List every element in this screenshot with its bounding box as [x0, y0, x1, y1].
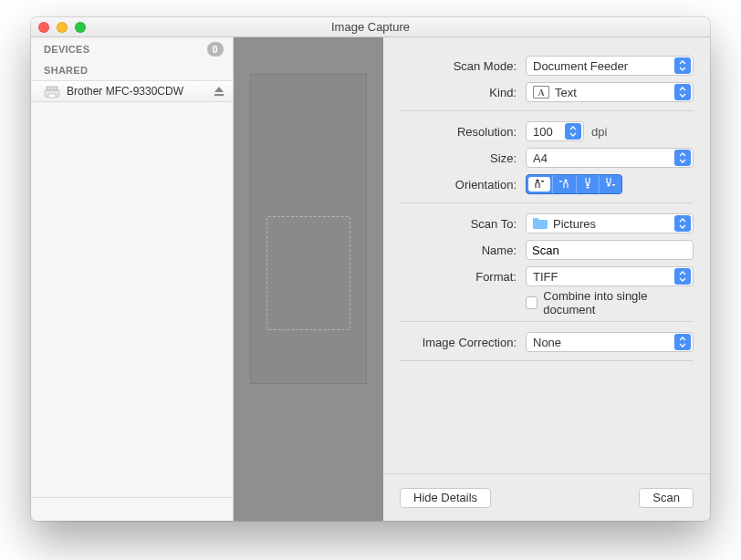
orientation-landscape[interactable]	[552, 175, 575, 193]
zoom-button[interactable]	[75, 22, 86, 33]
image-correction-value: None	[533, 336, 561, 349]
folder-icon	[533, 218, 548, 229]
kind-select[interactable]: A Text	[526, 82, 694, 102]
format-select[interactable]: TIFF	[526, 266, 694, 286]
resolution-value: 100	[533, 125, 553, 139]
preview-area[interactable]	[234, 37, 383, 521]
combine-label: Combine into single document	[543, 289, 694, 316]
footer: Hide Details Scan	[383, 473, 710, 521]
svg-rect-9	[586, 187, 589, 188]
window-title: Image Capture	[31, 20, 710, 34]
size-select[interactable]: A4	[526, 148, 694, 168]
svg-rect-6	[559, 181, 562, 181]
name-label: Name:	[389, 244, 526, 257]
text-icon: A	[533, 86, 549, 99]
devices-label: DEVICES	[44, 44, 89, 55]
image-correction-select[interactable]: None	[526, 332, 694, 352]
minimize-button[interactable]	[57, 22, 68, 33]
resolution-unit: dpi	[591, 125, 607, 139]
dropdown-icon	[674, 268, 691, 285]
size-label: Size:	[389, 151, 526, 165]
format-value: TIFF	[533, 270, 558, 284]
sidebar-section-devices[interactable]: DEVICES 0	[31, 37, 233, 60]
orientation-flipped1[interactable]	[576, 175, 599, 193]
scan-to-select[interactable]: Pictures	[526, 213, 694, 233]
orientation-label: Orientation:	[389, 178, 526, 192]
dropdown-icon	[674, 215, 691, 232]
traffic-lights	[38, 22, 86, 33]
dropdown-icon	[674, 150, 691, 166]
name-input[interactable]	[526, 240, 694, 260]
scan-mode-label: Scan Mode:	[389, 59, 526, 73]
sidebar-item-brother[interactable]: Brother MFC-9330CDW	[31, 80, 233, 102]
svg-rect-0	[47, 87, 57, 90]
options-panel: Scan Mode: Document Feeder Kind: A Text	[383, 37, 710, 521]
printer-icon	[44, 86, 60, 97]
scan-to-value: Pictures	[553, 217, 596, 231]
size-value: A4	[533, 151, 548, 165]
flip-icon	[582, 178, 593, 191]
close-button[interactable]	[38, 22, 49, 33]
eject-icon[interactable]	[214, 87, 224, 97]
scan-mode-select[interactable]: Document Feeder	[526, 56, 694, 76]
shared-label: SHARED	[44, 65, 88, 76]
image-correction-label: Image Correction:	[389, 336, 526, 349]
svg-point-11	[607, 183, 610, 186]
format-label: Format:	[389, 270, 526, 284]
resolution-label: Resolution:	[389, 125, 526, 139]
orientation-portrait[interactable]	[528, 177, 550, 192]
orientation-segmented	[526, 174, 622, 194]
dropdown-icon	[674, 84, 691, 100]
svg-rect-10	[612, 184, 615, 185]
kind-value: Text	[555, 86, 577, 99]
device-name: Brother MFC-9330CDW	[67, 85, 183, 98]
scan-button[interactable]: Scan	[639, 488, 694, 508]
sidebar-footer	[31, 497, 233, 521]
sidebar-section-shared[interactable]: SHARED	[31, 60, 233, 80]
sidebar: DEVICES 0 SHARED Brother MFC-9330CDW	[31, 37, 234, 521]
svg-point-8	[586, 183, 589, 186]
titlebar[interactable]: Image Capture	[31, 17, 710, 37]
crop-selection[interactable]	[266, 216, 350, 330]
image-capture-window: Image Capture DEVICES 0 SHARED Brother M…	[31, 17, 710, 521]
svg-point-4	[537, 179, 539, 181]
kind-label: Kind:	[389, 86, 526, 99]
svg-rect-5	[541, 181, 544, 181]
scan-to-label: Scan To:	[389, 217, 526, 231]
combine-checkbox[interactable]	[526, 296, 537, 309]
svg-rect-2	[48, 94, 56, 98]
flip2-icon	[605, 178, 616, 191]
portrait-icon	[534, 178, 545, 191]
resolution-select[interactable]: 100	[526, 121, 584, 141]
svg-rect-3	[214, 94, 224, 96]
landscape-icon	[558, 178, 569, 191]
scan-mode-value: Document Feeder	[533, 59, 628, 73]
dropdown-icon	[565, 123, 581, 140]
dropdown-icon	[674, 334, 691, 350]
orientation-flipped2[interactable]	[599, 175, 621, 193]
preview-page	[250, 74, 367, 384]
dropdown-icon	[674, 57, 691, 74]
svg-point-7	[565, 179, 568, 181]
devices-count: 0	[207, 42, 224, 57]
hide-details-button[interactable]: Hide Details	[400, 488, 491, 508]
